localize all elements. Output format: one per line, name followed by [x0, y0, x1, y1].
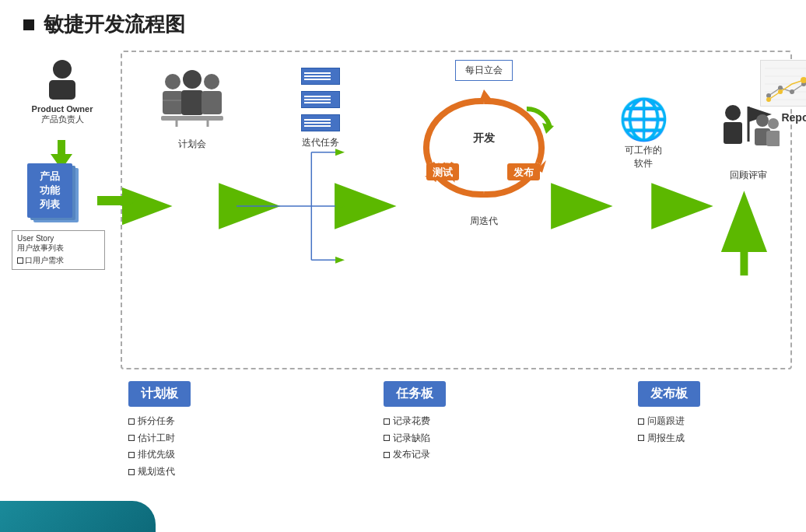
- plan-board-title: 计划板: [128, 381, 191, 407]
- meeting-section: 计划会: [145, 68, 239, 151]
- svg-marker-21: [480, 89, 492, 100]
- bottom-decoration: [0, 501, 156, 532]
- svg-rect-17: [202, 91, 222, 114]
- svg-text:发布: 发布: [513, 166, 534, 178]
- cycle-svg: 开发 测试 测试 发布: [406, 86, 562, 210]
- task-checkbox-2: [384, 435, 390, 441]
- plan-item-2: 估计工时: [128, 430, 275, 447]
- svg-point-53: [53, 60, 72, 79]
- release-board: 发布板 问题跟进 周报生成: [630, 381, 792, 520]
- list-icon-1: [301, 68, 340, 85]
- list-icon-3: [301, 114, 340, 131]
- report-label: Report: [760, 111, 806, 124]
- userstory-req: 口用户需求: [17, 255, 100, 266]
- svg-text:开发: 开发: [472, 131, 495, 144]
- plan-item-text-1: 拆分任务: [138, 413, 175, 430]
- release-item-text-1: 问题跟进: [647, 413, 685, 430]
- task-item-text-3: 发布记录: [393, 446, 430, 464]
- plan-item-text-2: 估计工时: [138, 430, 175, 447]
- plan-checkbox-4: [128, 469, 135, 475]
- task-item-1: 记录花费: [384, 413, 530, 430]
- sprint-section: 每日立会 开发 测试 测试: [387, 60, 581, 228]
- plan-board-items: 拆分任务 估计工时 排优先级 规划迭代: [128, 413, 275, 480]
- person-label-en: Product Owner: [16, 104, 109, 114]
- task-board-items: 记录花费 记录缺陷 发布记录: [384, 413, 530, 464]
- globe-section: 🌐 可工作的 软件: [604, 99, 682, 170]
- plan-checkbox-3: [128, 452, 135, 458]
- report-chart-svg: [761, 61, 806, 107]
- svg-point-11: [165, 74, 180, 89]
- cycle-diagram: 开发 测试 测试 发布: [406, 86, 562, 210]
- svg-rect-54: [49, 80, 75, 100]
- svg-point-14: [183, 70, 202, 89]
- svg-point-50: [778, 89, 783, 94]
- arrow-bar: [97, 196, 122, 205]
- arrow-head: [122, 191, 136, 210]
- globe-icon: 🌐: [604, 99, 682, 139]
- page-title: 敏捷开发流程图: [23, 11, 185, 38]
- svg-marker-23: [542, 123, 554, 134]
- release-board-title: 发布板: [638, 381, 700, 407]
- req-label: 口用户需求: [25, 255, 64, 266]
- standup-box: 每日立会: [455, 60, 513, 81]
- svg-point-49: [766, 97, 771, 102]
- svg-rect-31: [724, 122, 742, 144]
- report-chart: [760, 60, 806, 107]
- plan-item-3: 排优先级: [128, 446, 275, 464]
- list-stack: [270, 68, 371, 131]
- title-text: 敏捷开发流程图: [44, 11, 185, 38]
- release-item-1: 问题跟进: [638, 413, 784, 430]
- svg-point-30: [725, 105, 741, 121]
- standup-label: 每日立会: [465, 65, 503, 75]
- title-square: [23, 19, 34, 30]
- userstory-cn: 用户故事列表: [17, 243, 100, 254]
- plan-item-1: 拆分任务: [128, 413, 275, 430]
- release-item-text-2: 周报生成: [647, 430, 685, 447]
- person-block: Product Owner 产品负责人: [16, 58, 109, 125]
- sprint-label: 周迭代: [387, 215, 581, 228]
- plan-item-4: 规划迭代: [128, 464, 275, 481]
- iteration-label: 迭代任务: [270, 136, 371, 149]
- plan-item-text-4: 规划迭代: [138, 464, 175, 481]
- person-icon-svg: [43, 58, 82, 101]
- main-arrow-right: [97, 191, 136, 210]
- product-box-front: 产品功能列表: [27, 163, 72, 218]
- svg-point-51: [801, 77, 806, 83]
- release-checkbox-2: [638, 435, 644, 441]
- task-item-2: 记录缺陷: [384, 430, 530, 447]
- task-item-3: 发布记录: [384, 446, 530, 464]
- left-area: Product Owner 产品负责人 产品功能列表 User Story 用户…: [8, 51, 124, 369]
- plan-checkbox-2: [128, 435, 135, 441]
- release-checkbox-1: [638, 418, 644, 425]
- svg-point-16: [204, 74, 219, 89]
- svg-rect-37: [766, 131, 780, 146]
- meeting-icon: [153, 68, 231, 130]
- plan-checkbox-1: [128, 418, 135, 425]
- userstory-en: User Story: [17, 234, 100, 243]
- report-section: Report: [760, 60, 806, 124]
- svg-rect-12: [163, 91, 183, 114]
- svg-rect-15: [181, 90, 203, 115]
- req-checkbox: [17, 257, 23, 264]
- task-checkbox-3: [384, 452, 390, 458]
- review-label: 回顾评审: [706, 169, 791, 182]
- userstory-box: User Story 用户故事列表 口用户需求: [12, 230, 105, 270]
- arrow-stem: [58, 140, 65, 154]
- svg-text:测试: 测试: [433, 166, 454, 178]
- svg-rect-18: [161, 116, 223, 121]
- task-board: 任务板 记录花费 记录缺陷 发布记录: [376, 381, 538, 520]
- task-checkbox-1: [384, 418, 390, 425]
- svg-point-45: [790, 89, 794, 94]
- plan-board: 计划板 拆分任务 估计工时 排优先级 规划迭代: [121, 381, 282, 520]
- iteration-section: 迭代任务: [270, 68, 371, 149]
- task-item-text-2: 记录缺陷: [393, 430, 430, 447]
- list-icon-2: [301, 91, 340, 108]
- product-box-stack: 产品功能列表: [27, 163, 72, 218]
- boards-area: 计划板 拆分任务 估计工时 排优先级 规划迭代 任务板: [121, 381, 792, 520]
- person-label-cn: 产品负责人: [16, 114, 109, 125]
- product-box-text: 产品功能列表: [40, 170, 60, 212]
- release-item-2: 周报生成: [638, 430, 784, 447]
- main-flow-container: 计划会: [121, 51, 792, 369]
- release-board-items: 问题跟进 周报生成: [638, 413, 784, 446]
- plan-item-text-3: 排优先级: [138, 446, 175, 464]
